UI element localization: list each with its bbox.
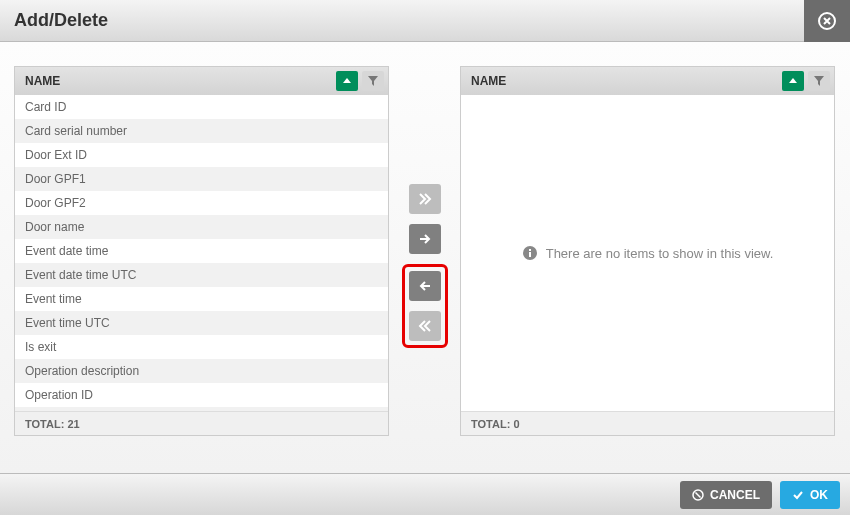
list-item[interactable]: Event time UTC — [15, 311, 388, 335]
add-delete-dialog: Add/Delete NAME Card IDCard serial numbe… — [0, 0, 850, 515]
add-all-button[interactable] — [409, 184, 441, 214]
cancel-button[interactable]: CANCEL — [680, 481, 772, 509]
svg-rect-2 — [529, 252, 531, 257]
transfer-controls — [397, 66, 452, 465]
available-body: Card IDCard serial numberDoor Ext IDDoor… — [15, 95, 388, 411]
selected-header: NAME — [461, 67, 834, 95]
cancel-icon — [692, 489, 704, 501]
ok-label: OK — [810, 488, 828, 502]
available-filter-button[interactable] — [362, 71, 384, 91]
dialog-title: Add/Delete — [14, 10, 108, 31]
remove-buttons-highlight — [402, 264, 448, 348]
list-item[interactable]: User Ext ID — [15, 407, 388, 411]
list-item[interactable]: Event time — [15, 287, 388, 311]
list-item[interactable]: Operation ID — [15, 383, 388, 407]
close-icon — [817, 11, 837, 31]
double-chevron-left-icon — [418, 319, 432, 333]
svg-rect-3 — [529, 249, 531, 251]
dialog-footer: CANCEL OK — [0, 473, 850, 515]
list-item[interactable]: Door GPF1 — [15, 167, 388, 191]
list-item[interactable]: Is exit — [15, 335, 388, 359]
check-icon — [792, 489, 804, 501]
remove-all-button[interactable] — [409, 311, 441, 341]
available-column-name[interactable]: NAME — [25, 74, 332, 88]
add-button[interactable] — [409, 224, 441, 254]
selected-footer: TOTAL: 0 — [461, 411, 834, 435]
selected-total-value: 0 — [513, 418, 519, 430]
arrow-right-icon — [418, 232, 432, 246]
list-item[interactable]: Door Ext ID — [15, 143, 388, 167]
triangle-up-icon — [342, 76, 352, 86]
selected-filter-button[interactable] — [808, 71, 830, 91]
available-sort-button[interactable] — [336, 71, 358, 91]
cancel-label: CANCEL — [710, 488, 760, 502]
list-item[interactable]: Event date time UTC — [15, 263, 388, 287]
available-total-value: 21 — [67, 418, 79, 430]
selected-sort-button[interactable] — [782, 71, 804, 91]
available-list[interactable]: Card IDCard serial numberDoor Ext IDDoor… — [15, 95, 388, 411]
list-item[interactable]: Event date time — [15, 239, 388, 263]
info-icon — [522, 245, 538, 261]
ok-button[interactable]: OK — [780, 481, 840, 509]
selected-panel: NAME There are no items to show in this … — [460, 66, 835, 436]
dialog-header: Add/Delete — [0, 0, 850, 42]
available-total-label: TOTAL: — [25, 418, 64, 430]
selected-column-name[interactable]: NAME — [471, 74, 778, 88]
funnel-icon — [368, 76, 378, 86]
list-item[interactable]: Card serial number — [15, 119, 388, 143]
empty-text: There are no items to show in this view. — [546, 246, 774, 261]
empty-state: There are no items to show in this view. — [461, 95, 834, 411]
list-item[interactable]: Operation description — [15, 359, 388, 383]
available-header: NAME — [15, 67, 388, 95]
double-chevron-right-icon — [418, 192, 432, 206]
funnel-icon — [814, 76, 824, 86]
selected-total-label: TOTAL: — [471, 418, 510, 430]
selected-body: There are no items to show in this view. — [461, 95, 834, 411]
arrow-left-icon — [418, 279, 432, 293]
dialog-content: NAME Card IDCard serial numberDoor Ext I… — [0, 42, 850, 473]
list-item[interactable]: Door name — [15, 215, 388, 239]
list-item[interactable]: Door GPF2 — [15, 191, 388, 215]
list-item[interactable]: Card ID — [15, 95, 388, 119]
close-button[interactable] — [804, 0, 850, 42]
available-panel: NAME Card IDCard serial numberDoor Ext I… — [14, 66, 389, 436]
available-footer: TOTAL: 21 — [15, 411, 388, 435]
remove-button[interactable] — [409, 271, 441, 301]
triangle-up-icon — [788, 76, 798, 86]
